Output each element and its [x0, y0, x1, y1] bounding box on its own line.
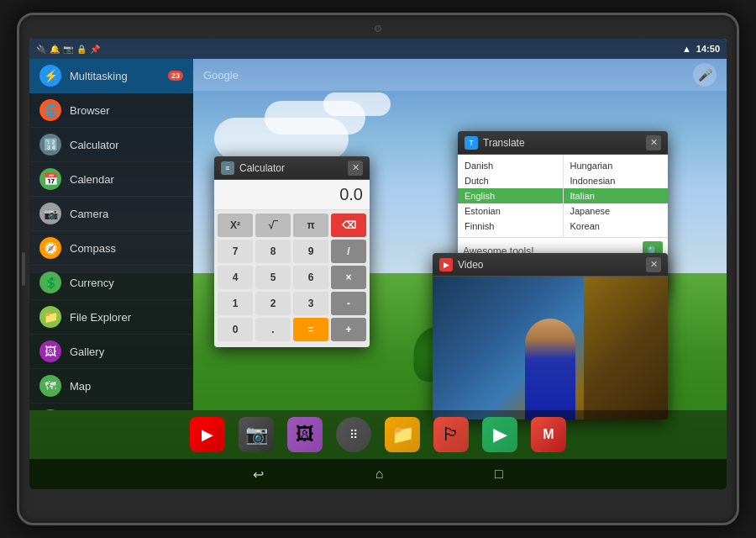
sidebar-label-multitasking: Multitasking — [70, 70, 128, 82]
navigation-bar: ↩ ⌂ □ — [29, 459, 727, 489]
calculator-title-icon: ≡ — [221, 161, 234, 175]
dock-flags[interactable]: 🏳 — [433, 417, 469, 452]
apps-dock-icon: ⠿ — [349, 428, 359, 441]
browser-icon: 🌐 — [39, 99, 61, 121]
sidebar-item-file-explorer[interactable]: 📁 File Explorer — [29, 300, 193, 335]
video-close-button[interactable]: ✕ — [646, 257, 661, 272]
photo-icon: 📷 — [63, 45, 73, 54]
notification-icon: 🔔 — [50, 45, 60, 54]
video-title: Video — [458, 259, 641, 271]
video-player[interactable] — [433, 277, 668, 419]
calc-btn-divide[interactable]: / — [331, 240, 366, 263]
calc-btn-dot[interactable]: . — [255, 318, 291, 341]
lang-japanese[interactable]: Japanese — [564, 203, 669, 219]
calc-btn-6[interactable]: 6 — [293, 266, 328, 289]
calc-row-5: 0 . = + — [218, 318, 366, 341]
calculator-title: Calculator — [239, 162, 343, 174]
calc-btn-multiply[interactable]: × — [331, 266, 366, 289]
lang-danish[interactable]: Danish — [458, 158, 563, 173]
sidebar-label-camera: Camera — [70, 208, 108, 220]
video-bg — [584, 277, 668, 419]
calc-btn-8[interactable]: 8 — [255, 240, 291, 263]
calculator-body: X² √‾ π ⌫ 7 8 9 / 4 5 6 × — [214, 210, 370, 347]
front-camera — [375, 25, 381, 32]
calc-btn-9[interactable]: 9 — [293, 240, 328, 263]
calc-btn-2[interactable]: 2 — [255, 292, 291, 315]
tablet-device: 🔌 🔔 📷 🔒 📌 ▲ 14:50 Google 🎤 ⚡ Multitaskin… — [17, 13, 739, 525]
calc-btn-equals[interactable]: = — [293, 318, 328, 341]
sidebar-label-file-explorer: File Explorer — [70, 311, 131, 324]
camera-icon: 📷 — [39, 203, 61, 224]
cloud-2 — [323, 92, 391, 116]
lang-italian[interactable]: Italian — [564, 188, 669, 203]
calc-btn-sqrt[interactable]: √‾ — [255, 214, 291, 237]
volume-button[interactable] — [22, 252, 25, 286]
multitasking-badge: 23 — [168, 71, 183, 81]
sidebar-label-currency: Currency — [70, 277, 114, 289]
video-person — [525, 319, 575, 419]
dock-camera[interactable]: 📷 — [239, 417, 274, 452]
calc-row-1: X² √‾ π ⌫ — [218, 214, 366, 237]
calc-btn-backspace[interactable]: ⌫ — [331, 214, 366, 237]
sidebar-item-calculator[interactable]: 🔢 Calculator — [29, 128, 193, 162]
sidebar-item-multitasking[interactable]: ⚡ Multitasking 23 — [29, 59, 193, 93]
sidebar-item-calendar[interactable]: 📅 Calendar — [29, 162, 193, 197]
dock-play-store[interactable]: ▶ — [482, 417, 517, 452]
calc-btn-add[interactable]: + — [331, 318, 366, 341]
video-titlebar[interactable]: ▶ Video ✕ — [433, 253, 668, 277]
dock-gallery[interactable]: 🖼 — [287, 417, 323, 452]
lang-hungarian[interactable]: Hungarian — [564, 158, 669, 173]
calculator-close-button[interactable]: ✕ — [348, 161, 363, 176]
calculator-titlebar[interactable]: ≡ Calculator ✕ — [214, 156, 370, 180]
recents-button[interactable]: □ — [488, 463, 510, 485]
lang-dutch[interactable]: Dutch — [458, 173, 563, 188]
calc-btn-square[interactable]: X² — [218, 214, 253, 237]
translate-titlebar[interactable]: T Translate ✕ — [458, 131, 668, 155]
calc-btn-7[interactable]: 7 — [218, 240, 253, 263]
sidebar-item-music-player[interactable]: 🎵 Music Player — [29, 404, 193, 410]
calculator-display: 0.0 — [214, 180, 370, 210]
lang-indonesian[interactable]: Indonesian — [564, 173, 669, 188]
home-button[interactable]: ⌂ — [369, 463, 391, 485]
files-dock-icon: 📁 — [391, 424, 414, 446]
calc-btn-3[interactable]: 3 — [293, 292, 328, 315]
lang-english[interactable]: English — [458, 188, 563, 203]
calc-btn-pi[interactable]: π — [293, 214, 328, 237]
back-button[interactable]: ↩ — [246, 463, 270, 486]
map-icon: 🗺 — [39, 375, 61, 397]
status-left-icons: 🔌 🔔 📷 🔒 📌 — [36, 45, 100, 54]
lang-korean[interactable]: Korean — [564, 219, 669, 234]
sidebar-label-compass: Compass — [70, 242, 116, 255]
calc-btn-0[interactable]: 0 — [218, 318, 253, 341]
sidebar-label-calendar: Calendar — [70, 173, 114, 186]
sidebar-item-gallery[interactable]: 🖼 Gallery — [29, 335, 193, 369]
lang-estonian[interactable]: Estonian — [458, 203, 563, 219]
translate-close-button[interactable]: ✕ — [646, 135, 661, 150]
dock-gmail[interactable]: M — [531, 417, 566, 452]
tablet-screen: 🔌 🔔 📷 🔒 📌 ▲ 14:50 Google 🎤 ⚡ Multitaskin… — [29, 39, 727, 489]
dock-all-apps[interactable]: ⠿ — [336, 417, 371, 452]
calc-btn-subtract[interactable]: - — [331, 292, 366, 315]
sidebar-label-map: Map — [70, 380, 91, 393]
sidebar-item-currency[interactable]: 💲 Currency — [29, 266, 193, 300]
voice-search-button[interactable]: 🎤 — [693, 63, 717, 87]
multitasking-icon: ⚡ — [39, 65, 61, 87]
camera-dock-icon: 📷 — [245, 424, 268, 446]
calc-btn-5[interactable]: 5 — [255, 266, 291, 289]
calc-row-3: 4 5 6 × — [218, 266, 366, 289]
sidebar-item-browser[interactable]: 🌐 Browser — [29, 93, 193, 128]
dock-youtube[interactable]: ▶ — [190, 417, 225, 452]
dock-files[interactable]: 📁 — [385, 417, 420, 452]
clock: 14:50 — [696, 44, 720, 54]
sidebar-item-map[interactable]: 🗺 Map — [29, 369, 193, 404]
gallery-dock-icon: 🖼 — [296, 424, 314, 446]
search-input[interactable] — [245, 68, 686, 82]
calc-btn-4[interactable]: 4 — [218, 266, 253, 289]
sidebar-item-camera[interactable]: 📷 Camera — [29, 197, 193, 231]
wifi-icon: ▲ — [682, 44, 691, 54]
search-bar: Google 🎤 — [193, 59, 727, 91]
sidebar-item-compass[interactable]: 🧭 Compass — [29, 231, 193, 266]
calc-btn-1[interactable]: 1 — [218, 292, 253, 315]
lang-finnish[interactable]: Finnish — [458, 219, 563, 234]
calculator-window: ≡ Calculator ✕ 0.0 X² √‾ π ⌫ 7 8 9 / — [214, 156, 370, 347]
